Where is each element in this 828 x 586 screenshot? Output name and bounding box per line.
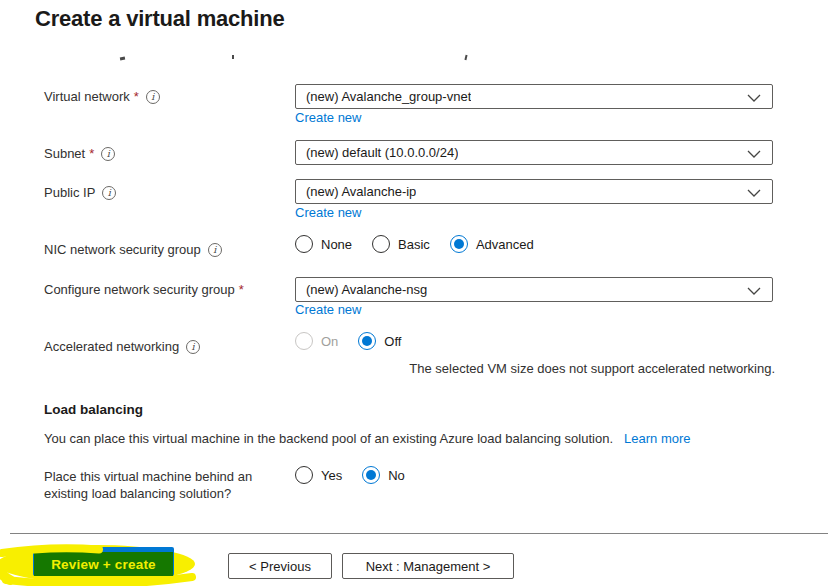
public-ip-select[interactable]: (new) Avalanche-ip (295, 179, 773, 204)
cropped-text-remnant (120, 57, 125, 61)
radio-label: Advanced (476, 237, 534, 252)
virtual-network-select[interactable]: (new) Avalanche_group-vnet (295, 84, 773, 109)
field-label-text: NIC network security group (44, 242, 201, 257)
accelerated-networking-radio-on: On (295, 332, 338, 350)
radio-label: None (321, 237, 352, 252)
nic-nsg-radio-none[interactable]: None (295, 235, 352, 253)
page-title: Create a virtual machine (35, 6, 285, 32)
radio-circle-selected (362, 466, 380, 484)
virtual-network-label: Virtual network*i (44, 89, 160, 104)
subnet-select[interactable]: (new) default (10.0.0.0/24) (295, 140, 773, 165)
info-icon[interactable]: i (208, 243, 222, 257)
radio-circle (295, 235, 313, 253)
load-balancing-radio-no[interactable]: No (362, 466, 405, 484)
accelerated-networking-note: The selected VM size does not support ac… (295, 361, 775, 376)
learn-more-link[interactable]: Learn more (624, 431, 690, 446)
select-value: (new) Avalanche_group-vnet (306, 89, 471, 104)
select-value: (new) default (10.0.0.0/24) (306, 145, 458, 160)
cropped-text-remnant (464, 55, 467, 60)
load-balancing-question: Place this virtual machine behind an exi… (44, 468, 294, 502)
field-label-text: Configure network security group (44, 282, 235, 297)
configure-nsg-select[interactable]: (new) Avalanche-nsg (295, 277, 773, 302)
nic-nsg-radio-group: None Basic Advanced (295, 235, 534, 253)
select-value: (new) Avalanche-ip (306, 184, 416, 199)
radio-label: On (321, 334, 338, 349)
description-text: You can place this virtual machine in th… (44, 431, 613, 446)
radio-circle-disabled (295, 332, 313, 350)
info-icon[interactable]: i (186, 340, 200, 354)
load-balancing-radio-group: Yes No (295, 466, 405, 484)
accelerated-networking-radio-off[interactable]: Off (358, 332, 401, 350)
nic-nsg-label: NIC network security groupi (44, 242, 222, 257)
accelerated-networking-radio-group: On Off (295, 332, 401, 350)
radio-label: Yes (321, 468, 342, 483)
chevron-down-icon (747, 94, 761, 102)
radio-label: Off (384, 334, 401, 349)
radio-label: Basic (398, 237, 430, 252)
public-ip-label: Public IPi (44, 185, 116, 200)
accelerated-networking-label: Accelerated networkingi (44, 339, 200, 354)
load-balancing-radio-yes[interactable]: Yes (295, 466, 342, 484)
review-create-button-label: Review + create (33, 553, 174, 576)
select-value: (new) Avalanche-nsg (306, 282, 427, 297)
load-balancing-description: You can place this virtual machine in th… (44, 431, 691, 446)
info-icon[interactable]: i (146, 90, 160, 104)
chevron-down-icon (747, 189, 761, 197)
load-balancing-heading: Load balancing (44, 402, 143, 417)
radio-label: No (388, 468, 405, 483)
configure-nsg-create-new-link[interactable]: Create new (295, 302, 361, 317)
review-create-button[interactable]: Review + create (0, 540, 210, 586)
field-label-text: Accelerated networking (44, 339, 179, 354)
next-management-button[interactable]: Next : Management > (342, 553, 514, 579)
field-label-text: Subnet (44, 146, 85, 161)
public-ip-create-new-link[interactable]: Create new (295, 205, 361, 220)
configure-nsg-label: Configure network security group* (44, 282, 244, 297)
create-vm-networking-page: Create a virtual machine Virtual network… (0, 0, 828, 586)
required-asterisk: * (239, 282, 244, 297)
radio-circle (295, 466, 313, 484)
radio-circle-selected (358, 332, 376, 350)
required-asterisk: * (134, 89, 139, 104)
footer-divider (10, 533, 828, 534)
cropped-text-remnant (232, 55, 234, 59)
info-icon[interactable]: i (102, 186, 116, 200)
info-icon[interactable]: i (101, 147, 115, 161)
field-label-text: Public IP (44, 185, 95, 200)
nic-nsg-radio-advanced[interactable]: Advanced (450, 235, 534, 253)
previous-button[interactable]: < Previous (228, 553, 332, 579)
required-asterisk: * (89, 146, 94, 161)
radio-circle-selected (450, 235, 468, 253)
chevron-down-icon (747, 150, 761, 158)
chevron-down-icon (747, 287, 761, 295)
subnet-label: Subnet*i (44, 146, 115, 161)
field-label-text: Virtual network (44, 89, 130, 104)
radio-circle (372, 235, 390, 253)
nic-nsg-radio-basic[interactable]: Basic (372, 235, 430, 253)
virtual-network-create-new-link[interactable]: Create new (295, 110, 361, 125)
